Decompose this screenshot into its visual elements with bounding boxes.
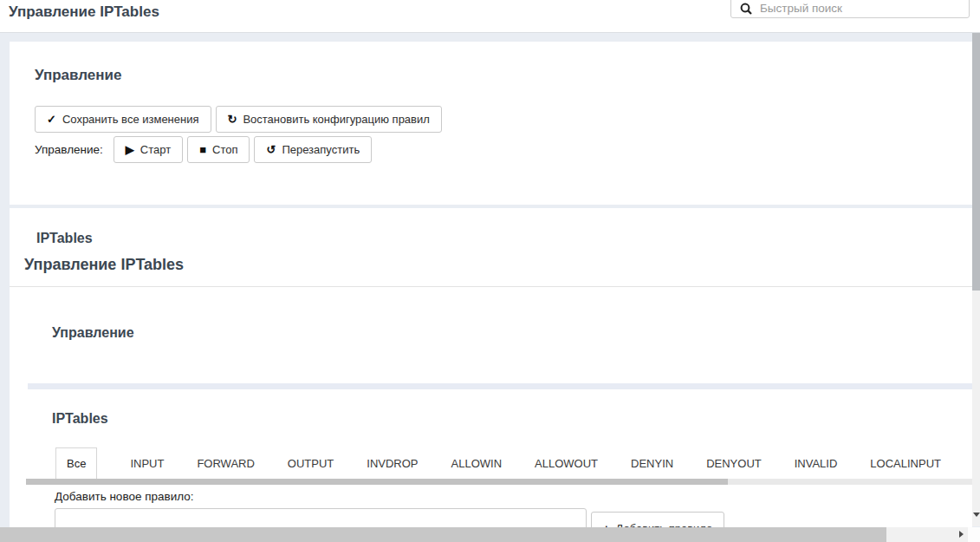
restart-icon: ↺ — [266, 144, 276, 155]
chain-tabs: Все INPUT FORWARD OUTPUT INVDROP ALLOWIN… — [55, 447, 972, 479]
iptables-card: IPTables Управление IPTables Управление … — [10, 208, 972, 542]
control-card-title: Управление — [35, 67, 121, 84]
tabs-scrollbar-thumb[interactable] — [26, 479, 728, 485]
play-icon: ▶ — [126, 144, 134, 155]
horizontal-scrollbar-thumb[interactable] — [0, 527, 886, 542]
save-restore-row: ✓ Сохранить все изменения ↻ Востановить … — [35, 106, 442, 133]
tab-output[interactable]: OUTPUT — [288, 457, 334, 470]
scrollbar-corner — [968, 527, 980, 542]
inner-section-divider — [28, 383, 972, 389]
tab-denyin[interactable]: DENYIN — [631, 457, 673, 470]
stop-icon: ■ — [199, 144, 206, 155]
search-input[interactable] — [760, 2, 960, 15]
vertical-scrollbar-track[interactable] — [972, 33, 980, 526]
tab-localinput[interactable]: LOCALINPUT — [870, 457, 941, 470]
tab-allowin[interactable]: ALLOWIN — [451, 457, 503, 470]
iptables-card-title: Управление IPTables — [24, 256, 184, 274]
tab-forward[interactable]: FORWARD — [197, 457, 254, 470]
horizontal-scrollbar-track[interactable] — [0, 527, 968, 542]
scroll-right-arrow-icon[interactable] — [959, 531, 964, 538]
tab-denyout[interactable]: DENYOUT — [706, 457, 762, 470]
tab-all[interactable]: Все — [55, 447, 97, 479]
start-button[interactable]: ▶ Старт — [114, 136, 183, 163]
tab-input[interactable]: INPUT — [130, 457, 164, 470]
search-icon — [740, 3, 752, 15]
stop-button[interactable]: ■ Стоп — [187, 136, 250, 163]
tab-invalid[interactable]: INVALID — [795, 457, 838, 470]
refresh-icon: ↻ — [228, 114, 237, 125]
page-title: Управление IPTables — [9, 3, 159, 21]
add-rule-label: Добавить новое правило: — [55, 490, 194, 503]
restart-label: Перезапустить — [282, 143, 360, 156]
quick-search-box[interactable] — [730, 0, 970, 18]
tab-invdrop[interactable]: INVDROP — [367, 457, 418, 470]
iptables-card-subtitle: IPTables — [36, 231, 93, 246]
top-header-bar: Управление IPTables — [0, 0, 980, 33]
save-all-label: Сохранить все изменения — [62, 113, 199, 126]
restore-config-button[interactable]: ↻ Востановить конфигурацию правил — [216, 106, 442, 133]
inner-control-title: Управление — [52, 325, 134, 341]
tabs-scrollbar-track[interactable] — [26, 479, 972, 485]
tab-allowout[interactable]: ALLOWOUT — [535, 457, 598, 470]
control-card: Управление ✓ Сохранить все изменения ↻ В… — [10, 42, 972, 205]
restart-button[interactable]: ↺ Перезапустить — [254, 136, 372, 163]
check-icon: ✓ — [47, 114, 56, 125]
stop-label: Стоп — [212, 143, 237, 156]
inner-iptables-title: IPTables — [52, 411, 108, 427]
service-control-row: Управление: ▶ Старт ■ Стоп ↺ Перезапусти… — [35, 136, 372, 163]
restore-config-label: Востановить конфигурацию правил — [243, 113, 429, 126]
section-divider — [10, 286, 972, 287]
vertical-scrollbar-thumb[interactable] — [972, 33, 980, 291]
start-label: Старт — [140, 143, 171, 156]
save-all-button[interactable]: ✓ Сохранить все изменения — [35, 106, 211, 133]
scroll-down-arrow-icon[interactable] — [973, 513, 980, 517]
service-control-label: Управление: — [35, 143, 103, 156]
